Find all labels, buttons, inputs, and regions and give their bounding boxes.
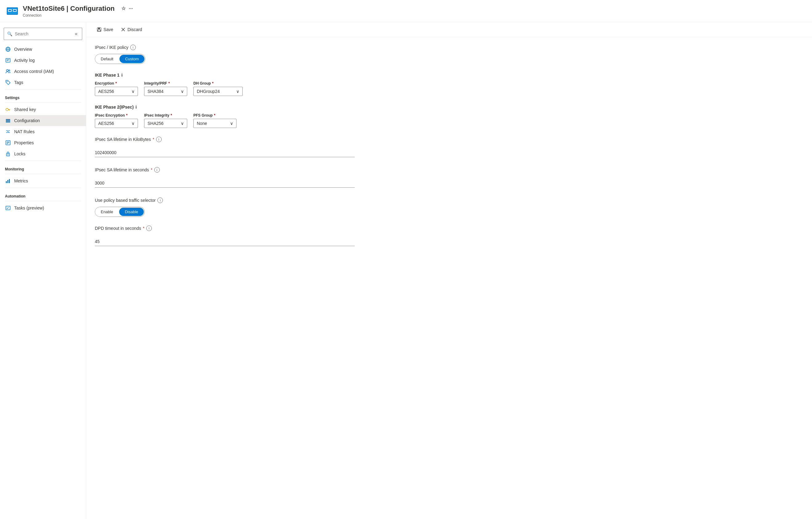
discard-label: Discard — [127, 27, 142, 32]
dh-group-select[interactable]: DHGroup24 ∨ — [193, 87, 243, 96]
form-content: IPsec / IKE policy i Default Custom IKE … — [86, 37, 364, 263]
header-actions: ☆ ··· — [121, 5, 133, 11]
favorite-icon[interactable]: ☆ — [121, 5, 126, 11]
sidebar-label: Overview — [14, 47, 32, 52]
ipsec-integrity-value: SHA256 — [147, 121, 164, 126]
pfs-group-select[interactable]: None ∨ — [193, 119, 236, 128]
ipsec-ike-toggle-group: Default Custom — [95, 54, 145, 64]
sidebar-item-iam[interactable]: Access control (IAM) — [0, 66, 86, 77]
resource-icon — [6, 5, 19, 17]
ike-phase2-section: IKE Phase 2(IPsec) i IPsec Encryption * … — [95, 104, 355, 128]
sidebar-divider — [5, 89, 81, 90]
pfs-group-label-text: PFS Group — [193, 113, 213, 118]
ipsec-ike-info-icon[interactable]: i — [130, 44, 136, 50]
sidebar-label: Locks — [14, 151, 26, 156]
sidebar-label: Properties — [14, 140, 34, 145]
pfs-group-required: * — [214, 113, 215, 118]
globe-icon — [5, 46, 11, 52]
integrity-required: * — [168, 81, 170, 86]
save-label: Save — [104, 27, 113, 32]
policy-traffic-enable-button[interactable]: Enable — [95, 207, 119, 217]
svg-rect-30 — [9, 179, 10, 183]
svg-rect-5 — [13, 10, 16, 11]
search-input[interactable] — [15, 31, 74, 36]
svg-point-15 — [6, 108, 8, 111]
svg-rect-33 — [98, 28, 100, 29]
sidebar-item-activity-log[interactable]: Activity log — [0, 55, 86, 66]
ipsec-sa-kb-info-icon[interactable]: i — [156, 136, 162, 142]
sidebar-label: Tags — [14, 80, 23, 85]
more-options-icon[interactable]: ··· — [129, 6, 133, 11]
ike-phase1-section: IKE Phase 1 i Encryption * AES256 ∨ — [95, 72, 355, 96]
dpd-timeout-input-wrapper — [95, 235, 355, 247]
svg-point-12 — [6, 69, 8, 71]
sidebar-item-properties[interactable]: Properties — [0, 137, 86, 148]
sidebar-item-shared-key[interactable]: Shared key — [0, 104, 86, 115]
policy-traffic-label-text: Use policy based traffic selector — [95, 198, 155, 203]
encryption-select[interactable]: AES256 ∨ — [95, 87, 138, 96]
integrity-value: SHA384 — [147, 89, 164, 94]
ipsec-encryption-select[interactable]: AES256 ∨ — [95, 119, 138, 128]
toolbar: Save Discard — [86, 22, 812, 37]
ipsec-integrity-label: IPsec Integrity * — [144, 113, 187, 118]
config-icon — [5, 118, 11, 124]
svg-point-14 — [7, 81, 8, 82]
phase1-info-icon[interactable]: i — [121, 72, 122, 78]
policy-traffic-disable-button[interactable]: Disable — [119, 208, 144, 216]
dh-group-chevron: ∨ — [236, 89, 239, 94]
title-text: VNet1toSite6 | Configuration — [23, 5, 115, 12]
encryption-chevron: ∨ — [132, 89, 135, 94]
ipsec-sa-sec-input-wrapper — [95, 176, 355, 189]
dpd-timeout-info-icon[interactable]: i — [146, 225, 152, 231]
ipsec-sa-sec-label-text: IPsec SA lifetime in seconds — [95, 167, 149, 172]
sidebar-item-tags[interactable]: Tags — [0, 77, 86, 88]
ipsec-ike-label-text: IPsec / IKE policy — [95, 45, 128, 50]
pfs-group-value: None — [197, 121, 207, 126]
ipsec-ike-policy-label: IPsec / IKE policy i — [95, 44, 355, 50]
integrity-field: Integrity/PRF * SHA384 ∨ — [144, 81, 187, 96]
ipsec-sa-kb-label: IPsec SA lifetime in KiloBytes * i — [95, 136, 355, 142]
ipsec-sa-sec-input[interactable] — [95, 179, 355, 188]
ipsec-sa-kb-label-text: IPsec SA lifetime in KiloBytes — [95, 137, 151, 142]
sidebar-divider-automation2 — [5, 201, 81, 201]
locks-icon — [5, 151, 11, 157]
sidebar-item-tasks[interactable]: Tasks (preview) — [0, 203, 86, 214]
policy-traffic-info-icon[interactable]: i — [157, 197, 163, 203]
ipsec-encryption-label-text: IPsec Encryption — [95, 113, 125, 118]
ipsec-sa-sec-info-icon[interactable]: i — [154, 167, 160, 173]
ipsec-ike-custom-button[interactable]: Custom — [119, 55, 144, 63]
sidebar-item-configuration[interactable]: Configuration — [0, 115, 86, 126]
sidebar-label: Access control (IAM) — [14, 69, 54, 74]
dpd-timeout-input[interactable] — [95, 237, 355, 246]
sidebar-item-locks[interactable]: Locks — [0, 148, 86, 159]
ipsec-sa-kb-input[interactable] — [95, 148, 355, 157]
discard-button[interactable]: Discard — [118, 25, 145, 34]
svg-rect-21 — [6, 122, 10, 122]
sidebar-divider-settings — [5, 102, 81, 103]
save-button[interactable]: Save — [94, 25, 116, 34]
ipsec-sa-kb-required: * — [153, 137, 154, 142]
ipsec-integrity-select[interactable]: SHA256 ∨ — [144, 119, 187, 128]
collapse-sidebar-button[interactable]: « — [74, 30, 79, 38]
sidebar-item-metrics[interactable]: Metrics — [0, 175, 86, 186]
ipsec-sa-kb-section: IPsec SA lifetime in KiloBytes * i — [95, 136, 355, 158]
integrity-label-text: Integrity/PRF — [144, 81, 167, 86]
sidebar-label: Shared key — [14, 107, 36, 112]
dh-group-required: * — [212, 81, 214, 86]
sidebar-item-nat-rules[interactable]: NAT Rules — [0, 126, 86, 137]
policy-traffic-label: Use policy based traffic selector i — [95, 197, 355, 203]
automation-section-title: Automation — [0, 189, 86, 200]
page-title: VNet1toSite6 | Configuration ☆ ··· — [23, 5, 133, 12]
discard-icon — [121, 27, 126, 32]
content-area: Save Discard IPsec / IKE policy i Defaul… — [86, 22, 812, 519]
phase2-title-text: IKE Phase 2(IPsec) — [95, 104, 134, 110]
ipsec-integrity-required: * — [171, 113, 172, 118]
sidebar-divider-monitoring2 — [5, 174, 81, 174]
ipsec-ike-default-button[interactable]: Default — [95, 54, 119, 64]
ipsec-encryption-label: IPsec Encryption * — [95, 113, 138, 118]
phase2-info-icon[interactable]: i — [136, 104, 137, 110]
ipsec-integrity-label-text: IPsec Integrity — [144, 113, 169, 118]
integrity-select[interactable]: SHA384 ∨ — [144, 87, 187, 96]
nat-icon — [5, 129, 11, 135]
sidebar-item-overview[interactable]: Overview — [0, 44, 86, 55]
